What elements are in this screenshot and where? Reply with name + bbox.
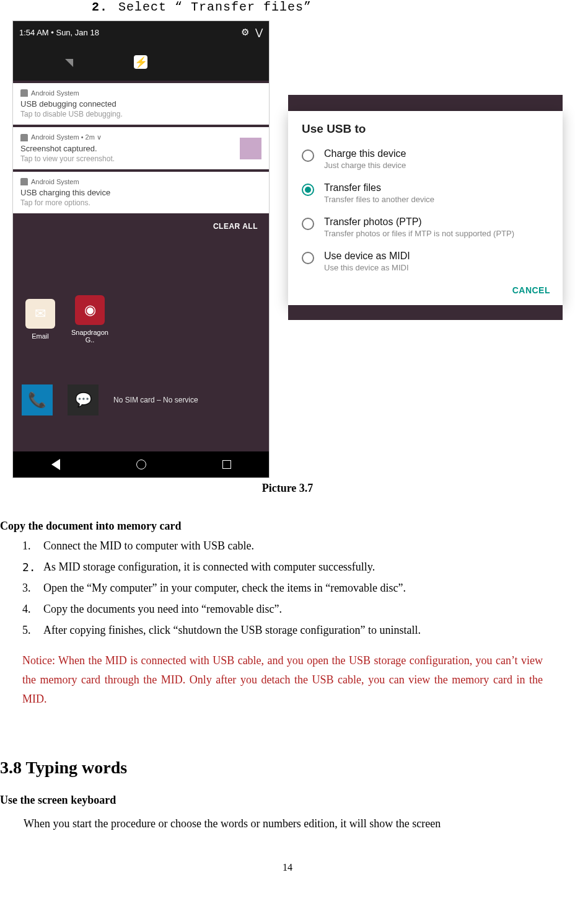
app-email-label: Email [22, 332, 59, 340]
expand-icon[interactable]: ⋁ [255, 27, 263, 38]
phone-app-icon[interactable]: 📞 [22, 384, 53, 415]
body-paragraph: When you start the procedure or choose t… [24, 815, 565, 832]
li-text: Copy the documents you need into “remova… [43, 601, 282, 618]
notification-2[interactable]: Android System • 2m ∨ Screenshot capture… [13, 127, 269, 169]
heading-3-8: 3.8 Typing words [0, 758, 565, 778]
recent-button[interactable] [222, 460, 231, 469]
phone-left-screenshot: 1:54 AM • Sun, Jan 18 ⚙ ⋁ ◥ ⚡ Android Sy… [12, 20, 270, 478]
option-charge[interactable]: Charge this device Just charge this devi… [288, 142, 563, 176]
back-button[interactable] [51, 459, 60, 470]
status-bar: 1:54 AM • Sun, Jan 18 ⚙ ⋁ [13, 21, 269, 43]
page-number: 14 [0, 862, 575, 873]
li-text: As MID storage configuration, it is conn… [43, 559, 375, 576]
notif-1-title: USB debugging connected [20, 99, 261, 109]
notif-3-hdr: Android System [31, 178, 79, 185]
android-icon [20, 134, 28, 141]
notification-3[interactable]: Android System USB charging this device … [13, 172, 269, 213]
dialog-title: Use USB to [288, 122, 563, 142]
radio-icon [302, 252, 314, 264]
list-item: 3.Open the “My computer” in your compute… [22, 580, 565, 597]
brightness-row: ◥ ⚡ [13, 43, 269, 81]
notif-1-sub: Tap to disable USB debugging. [20, 110, 261, 118]
email-icon: ✉ [25, 299, 55, 329]
android-icon [20, 89, 28, 97]
snapdragon-icon: ◉ [75, 295, 105, 325]
notif-3-sub: Tap for more options. [20, 198, 261, 207]
notice-text: Notice: When the MID is connected with U… [22, 651, 543, 708]
radio-icon [302, 218, 314, 230]
option-sub: Just charge this device [324, 161, 406, 170]
numbered-list: 1.Connect the MID to computer with USB c… [22, 538, 565, 639]
option-sub: Transfer photos or files if MTP is not s… [324, 229, 514, 238]
section-title: Copy the document into memory card [0, 520, 565, 533]
notification-1[interactable]: Android System USB debugging connected T… [13, 83, 269, 125]
li-text: After copying finishes, click “shutdown … [43, 622, 421, 639]
option-transfer-files[interactable]: Transfer files Transfer files to another… [288, 176, 563, 210]
option-sub: Transfer files to another device [324, 195, 434, 204]
notif-1-hdr: Android System [31, 89, 79, 97]
step-2-line: 2. Select “ Transfer files” [92, 0, 575, 14]
sub-heading: Use the screen keyboard [0, 794, 565, 807]
usb-dialog-screenshot: Use USB to Charge this device Just charg… [288, 95, 563, 320]
app-email[interactable]: ✉ Email [22, 299, 59, 340]
list-item: 5.After copying finishes, click “shutdow… [22, 622, 565, 639]
option-sub: Use this device as MIDI [324, 263, 410, 272]
list-item: 1.Connect the MID to computer with USB c… [22, 538, 565, 555]
bottom-dock: 📞 💬 No SIM card – No service [13, 384, 269, 415]
android-icon [20, 178, 28, 185]
no-sim-text: No SIM card – No service [113, 396, 198, 404]
dock-row: ✉ Email ◉ Snapdragon G.. [13, 295, 269, 344]
gear-icon[interactable]: ⚙ [241, 27, 249, 38]
step-text: Select “ Transfer files” [118, 0, 312, 14]
nav-bar [13, 451, 269, 478]
battery-icon[interactable]: ⚡ [134, 55, 147, 69]
radio-icon-selected [302, 184, 314, 196]
clear-all-button[interactable]: CLEAR ALL [13, 213, 269, 239]
list-item: 2.As MID storage configuration, it is co… [22, 559, 565, 576]
usb-dialog: Use USB to Charge this device Just charg… [288, 111, 563, 305]
cancel-button[interactable]: CANCEL [512, 285, 550, 295]
li-text: Open the “My computer” in your computer,… [43, 580, 406, 597]
radio-icon [302, 149, 314, 162]
list-item: 4.Copy the documents you need into “remo… [22, 601, 565, 618]
notif-2-hdr: Android System • 2m ∨ [31, 133, 102, 141]
auto-icon[interactable] [204, 53, 222, 71]
home-button[interactable] [136, 460, 146, 469]
messages-app-icon[interactable]: 💬 [68, 384, 99, 415]
option-label: Transfer photos (PTP) [324, 216, 514, 228]
screenshot-thumbnail [240, 138, 261, 159]
notif-3-title: USB charging this device [20, 188, 261, 197]
app-snapdragon[interactable]: ◉ Snapdragon G.. [71, 295, 108, 344]
figures-row: 1:54 AM • Sun, Jan 18 ⚙ ⋁ ◥ ⚡ Android Sy… [0, 19, 575, 478]
status-time: 1:54 AM • Sun, Jan 18 [19, 28, 99, 37]
option-transfer-photos[interactable]: Transfer photos (PTP) Transfer photos or… [288, 210, 563, 244]
notif-2-sub: Tap to view your screenshot. [20, 154, 115, 163]
option-label: Charge this device [324, 148, 406, 159]
option-label: Transfer files [324, 182, 434, 193]
step-number: 2. [92, 0, 108, 14]
li-text: Connect the MID to computer with USB cab… [43, 538, 254, 555]
dnd-icon[interactable]: ◥ [59, 53, 78, 71]
notif-2-title: Screenshot captured. [20, 144, 115, 153]
figure-caption: Picture 3.7 [0, 482, 575, 495]
option-label: Use device as MIDI [324, 251, 410, 262]
app-snap-label: Snapdragon G.. [71, 329, 108, 344]
option-midi[interactable]: Use device as MIDI Use this device as MI… [288, 244, 563, 278]
